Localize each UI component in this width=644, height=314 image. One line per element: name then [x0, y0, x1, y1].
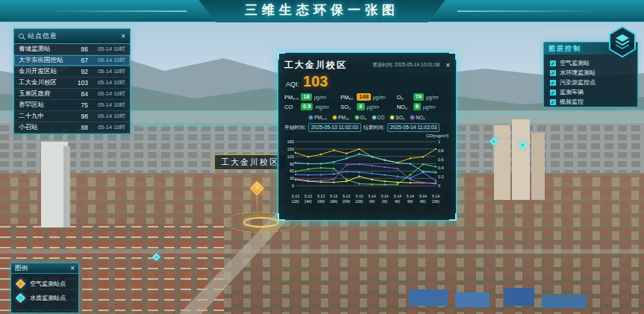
station-name: 赛罕区站 [19, 101, 72, 110]
svg-text:0.6: 0.6 [438, 157, 444, 162]
legend-dot-icon [355, 116, 359, 119]
station-name: 工大金川校区 [19, 78, 72, 87]
svg-text:5-140时: 5-140时 [369, 194, 376, 204]
layer-checkbox-row[interactable]: ✓视频监控 [550, 97, 631, 107]
pollutant-chart: 030609012015018000.20.40.60.815-1312时5-1… [283, 138, 451, 211]
svg-text:30: 30 [290, 176, 294, 180]
diamond-marker-icon [16, 293, 25, 303]
station-time: 05-14 10时 [88, 90, 125, 98]
checkbox-icon[interactable]: ✓ [550, 90, 556, 95]
station-row[interactable]: 玉泉区政府8405-14 10时 [14, 89, 130, 100]
chart-legend-item[interactable]: O₃ [355, 115, 366, 120]
svg-text:5-1410时: 5-1410时 [432, 194, 440, 204]
pollutant-value-badge: 8 [357, 103, 364, 110]
chart-legend-label: O₃ [360, 115, 366, 120]
pollutant-unit: μg/m³ [367, 104, 380, 110]
station-row[interactable]: 青城监测站8605-14 10时 [14, 44, 130, 55]
chart-legend-item[interactable]: SO₂ [390, 115, 404, 120]
station-time: 05-14 10时 [88, 124, 125, 131]
pollutant-unit: mg/m³ [315, 104, 328, 110]
update-time-value: 2025-05-14 10:01:08 [395, 62, 440, 67]
aqi-display: AQI: 103 [278, 73, 456, 90]
chart-legend-item[interactable]: NO₂ [410, 115, 425, 120]
layers-hexagon-icon[interactable] [606, 25, 639, 58]
legend-dot-icon [372, 116, 376, 119]
station-row[interactable]: 赛罕区站7505-14 10时 [14, 100, 130, 111]
checkbox-icon[interactable]: ✓ [550, 80, 556, 86]
checkbox-icon[interactable]: ✓ [550, 70, 556, 76]
end-time-input[interactable]: 2025-05-14 11:02:03 [387, 123, 440, 132]
chart-legend-label: NO₂ [416, 115, 425, 120]
chart-legend-item[interactable]: PM₁₀ [333, 115, 349, 120]
svg-text:60: 60 [290, 169, 294, 173]
station-detail-popup: 工大金川校区 更新时间: 2025-05-14 10:01:08 × AQI: … [278, 52, 457, 221]
station-list: 青城监测站8605-14 10时大学东街国控站6705-14 10时金川开发区站… [14, 44, 130, 134]
legend-item-label: 空气监测站点 [30, 280, 66, 288]
pollutant-value-badge: 6 [413, 103, 421, 110]
aqi-label: AQI: [286, 81, 299, 88]
popup-corner [449, 213, 457, 221]
station-name: 大学东街国控站 [19, 56, 72, 65]
chart-legend-label: CO [378, 115, 385, 120]
svg-text:5-1322时: 5-1322时 [355, 194, 363, 204]
end-time-label: 结束时间: [363, 124, 385, 131]
layer-label: 监测车辆 [560, 88, 584, 96]
layer-checkbox-row[interactable]: ✓水环境监测站 [550, 68, 631, 78]
chart-legend-item[interactable]: PM₂.₅ [309, 115, 327, 120]
svg-text:5-1314时: 5-1314时 [304, 194, 313, 204]
station-row[interactable]: 小召站8805-14 10时 [14, 122, 130, 134]
checkbox-icon[interactable]: ✓ [550, 99, 556, 105]
popup-header: 工大金川校区 更新时间: 2025-05-14 10:01:08 × [278, 53, 456, 73]
layer-label: 空气监测站 [560, 59, 590, 67]
app-header: 三维生态环保一张图 [0, 0, 644, 22]
station-time: 05-14 10时 [88, 101, 125, 109]
checkbox-icon[interactable]: ✓ [550, 60, 556, 66]
pollutant-name: SO₂ [340, 104, 354, 110]
legend-close-icon[interactable]: × [70, 265, 75, 272]
layer-label: 视频监控 [560, 98, 584, 106]
popup-close-icon[interactable]: × [446, 62, 450, 69]
layer-panel-title: 图层控制 [548, 44, 615, 54]
station-row[interactable]: 大学东街国控站6705-14 10时 [14, 55, 130, 66]
station-row[interactable]: 如意广场7905-14 09时 [14, 134, 130, 134]
station-time: 05-14 10时 [88, 113, 125, 120]
station-panel-close-icon[interactable]: × [121, 33, 125, 40]
layer-checkbox-row[interactable]: ✓监测车辆 [550, 87, 631, 97]
station-row[interactable]: 金川开发区站9205-14 10时 [14, 66, 130, 78]
axis-units-row: CO(mg/m³) [278, 132, 456, 138]
map-marker-label[interactable]: 工大金川校区 [214, 154, 286, 170]
station-value: 86 [72, 45, 88, 53]
search-icon [19, 34, 24, 39]
pollutant-cell: NO₂6μg/m³ [397, 103, 450, 110]
station-time: 05-14 10时 [88, 79, 125, 87]
legend-panel-header: 图例 × [11, 263, 78, 274]
station-value: 88 [72, 124, 88, 131]
legend-dot-icon [390, 116, 394, 119]
station-name: 青城监测站 [19, 45, 72, 54]
station-row[interactable]: 二十九中9805-14 10时 [14, 111, 130, 122]
svg-text:5-1320时: 5-1320时 [343, 194, 351, 204]
start-time-input[interactable]: 2025-05-13 11:02:03 [308, 123, 361, 132]
start-time-label: 开始时间: [284, 124, 306, 131]
chart-legend-item[interactable]: CO [372, 115, 385, 120]
svg-text:90: 90 [290, 162, 294, 166]
update-time: 更新时间: 2025-05-14 10:01:08 [347, 62, 440, 69]
station-time: 05-14 10时 [88, 68, 125, 75]
layer-checkbox-row[interactable]: ✓污染源监控点 [550, 78, 631, 87]
svg-text:1: 1 [438, 139, 440, 144]
station-value: 67 [72, 57, 88, 64]
station-name: 玉泉区政府 [19, 90, 72, 98]
svg-text:5-148时: 5-148时 [419, 194, 427, 204]
svg-text:5-1316时: 5-1316时 [317, 194, 325, 204]
marker-ring-inner [243, 217, 279, 227]
legend-dot-icon [410, 116, 414, 119]
pollutant-unit: μg/m³ [423, 104, 436, 110]
pollutant-name: NO₂ [397, 104, 411, 110]
legend-item-label: 水质监测站点 [30, 294, 66, 302]
station-panel-title: 站点信息 [28, 31, 117, 41]
legend-item: 水质监测站点 [11, 288, 78, 302]
popup-corner [278, 52, 285, 60]
pollutant-cell: PM₂.₅18μg/m³ [284, 93, 337, 101]
station-row[interactable]: 工大金川校区10305-14 10时 [14, 78, 130, 89]
layer-checkbox-row[interactable]: ✓空气监测站 [550, 58, 631, 68]
